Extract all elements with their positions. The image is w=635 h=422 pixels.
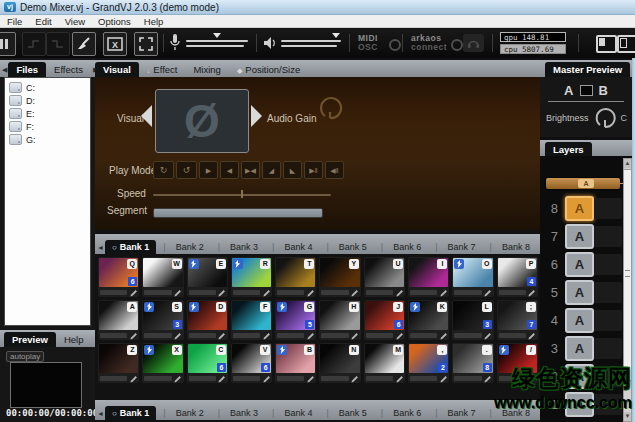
- clip-cell-Q[interactable]: Q6: [98, 257, 139, 297]
- audio-gain-knob[interactable]: [317, 95, 343, 121]
- clip-edit-pencil-icon[interactable]: [484, 331, 493, 340]
- crossfader-handle[interactable]: [580, 85, 593, 96]
- bank-tab-7[interactable]: |Bank 7: [428, 240, 482, 254]
- bank-tab-4[interactable]: |Bank 4: [265, 406, 319, 420]
- clip-cell-V[interactable]: V6: [231, 343, 272, 383]
- clip-edit-pencil-icon[interactable]: [262, 374, 271, 383]
- clip-edit-pencil-icon[interactable]: [351, 374, 360, 383]
- clip-cell-Y[interactable]: Y: [319, 257, 360, 297]
- visual-next-icon[interactable]: [251, 105, 262, 127]
- clip-cell-S[interactable]: S3: [142, 300, 183, 340]
- menu-edit[interactable]: Edit: [35, 16, 51, 27]
- bank-tab-3[interactable]: |Bank 3: [211, 240, 265, 254]
- clip-cell-U[interactable]: U: [364, 257, 405, 297]
- clip-edit-pencil-icon[interactable]: [439, 374, 448, 383]
- clip-edit-pencil-icon[interactable]: [262, 288, 271, 297]
- bank-tab-5[interactable]: |Bank 5: [319, 406, 373, 420]
- volume-slider[interactable]: [281, 40, 341, 42]
- clip-cell-;[interactable]: ;7: [497, 300, 538, 340]
- layer-a-button[interactable]: A: [565, 308, 594, 333]
- clip-edit-pencil-icon[interactable]: [528, 331, 537, 340]
- layer-a-button[interactable]: A: [565, 280, 594, 305]
- layer-a-button[interactable]: A: [565, 196, 594, 221]
- fade-transition-button[interactable]: [46, 32, 70, 56]
- clip-cell-A[interactable]: A: [98, 300, 139, 340]
- layer-a-button[interactable]: A: [565, 252, 594, 277]
- clip-cell-F[interactable]: F: [231, 300, 272, 340]
- play-mode-3[interactable]: ◀: [220, 161, 239, 179]
- clip-edit-pencil-icon[interactable]: [395, 331, 404, 340]
- drive-item[interactable]: F:: [5, 120, 90, 133]
- clip-cell-D[interactable]: D: [187, 300, 228, 340]
- no-output-button[interactable]: X: [103, 32, 127, 56]
- play-mode-2[interactable]: ▶: [199, 161, 218, 179]
- clip-edit-pencil-icon[interactable]: [218, 288, 227, 297]
- clip-edit-pencil-icon[interactable]: [484, 374, 493, 383]
- play-mode-5[interactable]: ◢: [262, 161, 281, 179]
- clip-cell-P[interactable]: P4: [497, 257, 538, 297]
- tab-help[interactable]: Help: [56, 332, 92, 347]
- clip-cell-O[interactable]: O: [452, 257, 493, 297]
- clip-edit-pencil-icon[interactable]: [484, 288, 493, 297]
- layout-two-preview-button[interactable]: [617, 35, 635, 53]
- clip-edit-pencil-icon[interactable]: [129, 288, 138, 297]
- scrollbar-thumb[interactable]: [624, 169, 631, 381]
- scroll-up-icon[interactable]: ▲: [624, 159, 631, 168]
- clip-cell-I[interactable]: I: [408, 257, 449, 297]
- clip-edit-pencil-icon[interactable]: [129, 331, 138, 340]
- volume-slider-handle[interactable]: [332, 33, 340, 38]
- bank-tab-2[interactable]: |Bank 2: [156, 406, 210, 420]
- mic-gain-slider[interactable]: [186, 40, 248, 42]
- clip-edit-pencil-icon[interactable]: [351, 288, 360, 297]
- drive-item[interactable]: D:: [5, 94, 90, 107]
- tab-preview[interactable]: Preview: [4, 332, 56, 347]
- menu-help[interactable]: Help: [144, 16, 164, 27]
- visual-selector[interactable]: Ø: [155, 89, 249, 153]
- clip-edit-pencil-icon[interactable]: [174, 288, 183, 297]
- clip-edit-pencil-icon[interactable]: [174, 374, 183, 383]
- clip-cell-T[interactable]: T: [275, 257, 316, 297]
- bank-tab-6[interactable]: |Bank 6: [374, 406, 428, 420]
- clear-button[interactable]: [72, 32, 96, 56]
- clip-edit-pencil-icon[interactable]: [528, 374, 537, 383]
- layer-a-button[interactable]: A: [565, 364, 594, 389]
- cut-transition-button[interactable]: [22, 32, 46, 56]
- drive-item[interactable]: E:: [5, 107, 90, 120]
- tab-files[interactable]: Files: [8, 62, 46, 77]
- play-mode-4[interactable]: ▶◀: [241, 161, 260, 179]
- clip-edit-pencil-icon[interactable]: [395, 374, 404, 383]
- layout-one-preview-button[interactable]: [596, 35, 617, 53]
- tab-master-preview[interactable]: Master Preview: [545, 62, 630, 77]
- clip-cell-W[interactable]: W: [142, 257, 183, 297]
- menu-options[interactable]: Options: [98, 16, 131, 27]
- menu-view[interactable]: View: [65, 16, 85, 27]
- layer-a-button[interactable]: A: [565, 392, 594, 417]
- bank-tab-8[interactable]: |Bank 8: [483, 406, 537, 420]
- visual-prev-icon[interactable]: [141, 105, 152, 127]
- play-mode-7[interactable]: ▶‖: [304, 161, 323, 179]
- play-mode-8[interactable]: ◀‖: [325, 161, 344, 179]
- midi-indicator[interactable]: [389, 39, 401, 51]
- clip-cell-,[interactable]: ,2: [408, 343, 449, 383]
- bank-tab-7[interactable]: |Bank 7: [428, 406, 482, 420]
- tab-effect[interactable]: ↓Effect: [139, 62, 186, 77]
- play-mode-6[interactable]: ◣: [283, 161, 302, 179]
- clip-edit-pencil-icon[interactable]: [262, 331, 271, 340]
- menu-file[interactable]: File: [7, 16, 22, 27]
- crossfader[interactable]: A B: [548, 83, 624, 102]
- clip-edit-pencil-icon[interactable]: [218, 374, 227, 383]
- bank-tab-6[interactable]: |Bank 6: [374, 240, 428, 254]
- clip-cell-H[interactable]: H: [319, 300, 360, 340]
- tab-effects[interactable]: Effects: [46, 62, 91, 77]
- clip-cell-N[interactable]: N: [319, 343, 360, 383]
- fullscreen-button[interactable]: [134, 32, 158, 56]
- bank-tab-8[interactable]: |Bank 8: [483, 240, 537, 254]
- arkaos-indicator[interactable]: [451, 39, 463, 51]
- clip-edit-pencil-icon[interactable]: [439, 331, 448, 340]
- clip-cell-K[interactable]: K: [408, 300, 449, 340]
- clip-cell-/[interactable]: /: [497, 343, 538, 383]
- speed-slider-handle[interactable]: [241, 190, 243, 198]
- layer-a-button[interactable]: A: [565, 336, 594, 361]
- preview-audio-button[interactable]: [463, 34, 484, 52]
- clip-edit-pencil-icon[interactable]: [306, 331, 315, 340]
